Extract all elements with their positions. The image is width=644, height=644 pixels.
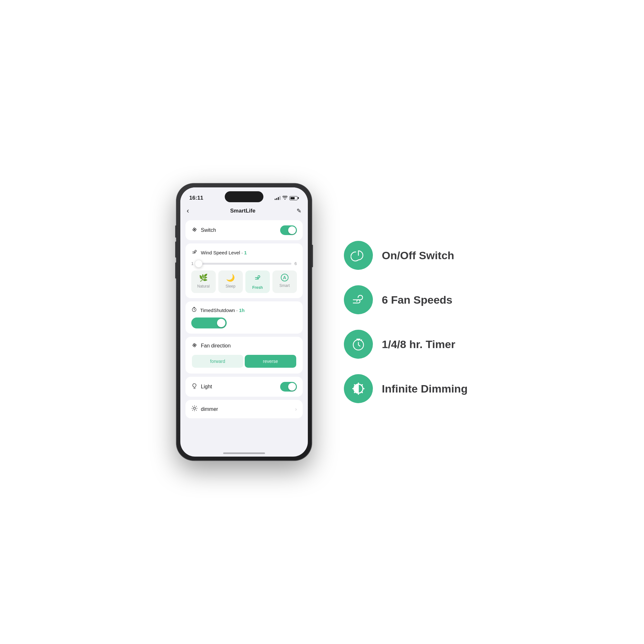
home-indicator xyxy=(223,452,265,454)
svg-point-9 xyxy=(352,388,354,389)
wind-title-row: Wind Speed Level · 1 xyxy=(191,249,297,257)
natural-icon: 🌿 xyxy=(199,274,208,282)
timed-value: 1h xyxy=(239,308,245,313)
phone-wrapper: 16:11 xyxy=(176,184,312,460)
features-panel: On/Off Switch 6 Fan Speeds xyxy=(337,241,468,403)
phone-frame: 16:11 xyxy=(176,184,312,460)
dir-forward-btn[interactable]: forward xyxy=(192,355,243,368)
switch-toggle[interactable] xyxy=(280,225,297,235)
light-label: Light xyxy=(201,384,212,390)
dynamic-island xyxy=(225,191,263,202)
wind-speed-card: Wind Speed Level · 1 1 6 xyxy=(185,243,303,298)
switch-left: Switch xyxy=(191,226,216,234)
switch-fan-icon xyxy=(191,226,198,234)
power-button[interactable] xyxy=(312,245,313,267)
svg-point-2 xyxy=(194,345,195,346)
sleep-label: Sleep xyxy=(225,284,235,289)
dimmer-left: dimmer xyxy=(191,405,218,413)
dimmer-row: dimmer › xyxy=(191,405,297,413)
wind-icon xyxy=(191,249,198,257)
slider-container: 1 6 xyxy=(191,261,297,266)
svg-point-7 xyxy=(358,383,359,384)
status-icons xyxy=(275,196,299,200)
wind-speed-label: Wind Speed Level · 1 xyxy=(201,250,247,255)
edit-button[interactable]: ✎ xyxy=(297,207,301,214)
signal-icon xyxy=(275,196,280,200)
wind-level-value: 1 xyxy=(244,250,247,255)
smart-label: Smart xyxy=(279,283,290,288)
dimmer-chevron: › xyxy=(295,406,297,412)
feature-on-off: On/Off Switch xyxy=(344,241,468,270)
fresh-icon xyxy=(254,274,261,283)
mode-sleep[interactable]: 🌙 Sleep xyxy=(218,270,243,293)
svg-point-0 xyxy=(194,229,195,230)
timed-label: TimedShutdown · 1h xyxy=(200,308,245,313)
svg-point-10 xyxy=(363,388,365,389)
mode-buttons: 🌿 Natural 🌙 Sleep xyxy=(191,270,297,293)
nav-bar: ‹ SmartLife ✎ xyxy=(180,204,308,218)
light-toggle-knob xyxy=(288,383,296,391)
mode-fresh[interactable]: Fresh xyxy=(245,270,270,293)
vol-down-button[interactable] xyxy=(175,262,176,279)
timer-icon-circle xyxy=(344,330,373,359)
feature-dimming: Infinite Dimming xyxy=(344,374,468,403)
feature-timer: 1/4/8 hr. Timer xyxy=(344,330,468,359)
timed-shutdown-card: TimedShutdown · 1h xyxy=(185,301,303,334)
timed-title-row: TimedShutdown · 1h xyxy=(191,307,297,314)
svg-point-8 xyxy=(358,393,359,395)
fan-speeds-label: 6 Fan Speeds xyxy=(382,294,452,306)
dimmer-label: dimmer xyxy=(201,406,218,412)
svg-point-13 xyxy=(362,384,363,385)
light-left: Light xyxy=(191,383,212,391)
svg-point-12 xyxy=(362,392,363,393)
light-row: Light xyxy=(191,382,297,392)
fan-dir-label: Fan direction xyxy=(201,343,231,349)
dimming-label: Infinite Dimming xyxy=(382,383,468,395)
switch-row: Switch xyxy=(191,225,297,235)
back-button[interactable]: ‹ xyxy=(187,207,189,215)
smart-icon: A xyxy=(281,274,289,281)
light-icon xyxy=(191,383,198,391)
fan-direction-card: Fan direction forward reverse xyxy=(185,337,303,374)
fresh-label: Fresh xyxy=(252,285,263,290)
natural-label: Natural xyxy=(197,284,210,289)
timed-toggle-knob xyxy=(217,319,225,327)
switch-label: Switch xyxy=(201,227,216,233)
light-card: Light xyxy=(185,377,303,397)
mode-smart[interactable]: A Smart xyxy=(272,270,297,293)
wind-dot: · xyxy=(241,250,244,255)
slider-thumb xyxy=(195,260,203,268)
fan-dir-buttons: forward reverse xyxy=(191,354,297,368)
phone-screen: 16:11 xyxy=(180,187,308,457)
mode-natural[interactable]: 🌿 Natural xyxy=(191,270,216,293)
on-off-icon-circle xyxy=(344,241,373,270)
feature-fan-speeds: 6 Fan Speeds xyxy=(344,285,468,314)
dimmer-card[interactable]: dimmer › xyxy=(185,400,303,418)
toggle-knob xyxy=(288,226,296,234)
on-off-label: On/Off Switch xyxy=(382,249,454,262)
fan-dir-title-row: Fan direction xyxy=(191,342,297,350)
svg-point-3 xyxy=(193,407,195,410)
svg-point-11 xyxy=(354,384,355,385)
slider-min: 1 xyxy=(191,261,194,266)
page-container: 16:11 xyxy=(32,184,612,460)
app-title: SmartLife xyxy=(230,208,255,214)
vol-up-button[interactable] xyxy=(175,241,176,258)
content-area: Switch xyxy=(180,218,308,420)
sleep-icon: 🌙 xyxy=(226,274,235,282)
timer-label: 1/4/8 hr. Timer xyxy=(382,338,455,351)
wifi-icon xyxy=(282,196,288,200)
dimmer-icon xyxy=(191,405,198,413)
switch-card: Switch xyxy=(185,220,303,240)
fan-speeds-icon-circle xyxy=(344,285,373,314)
timer-icon xyxy=(191,307,197,314)
fan-dir-icon xyxy=(191,342,198,350)
battery-icon xyxy=(289,196,299,200)
svg-point-14 xyxy=(354,392,355,393)
slider-max: 6 xyxy=(295,261,297,266)
wind-slider[interactable] xyxy=(197,263,291,265)
status-time: 16:11 xyxy=(189,195,203,201)
timed-toggle[interactable] xyxy=(191,317,227,328)
light-toggle[interactable] xyxy=(280,382,297,392)
dir-reverse-btn[interactable]: reverse xyxy=(245,355,296,368)
